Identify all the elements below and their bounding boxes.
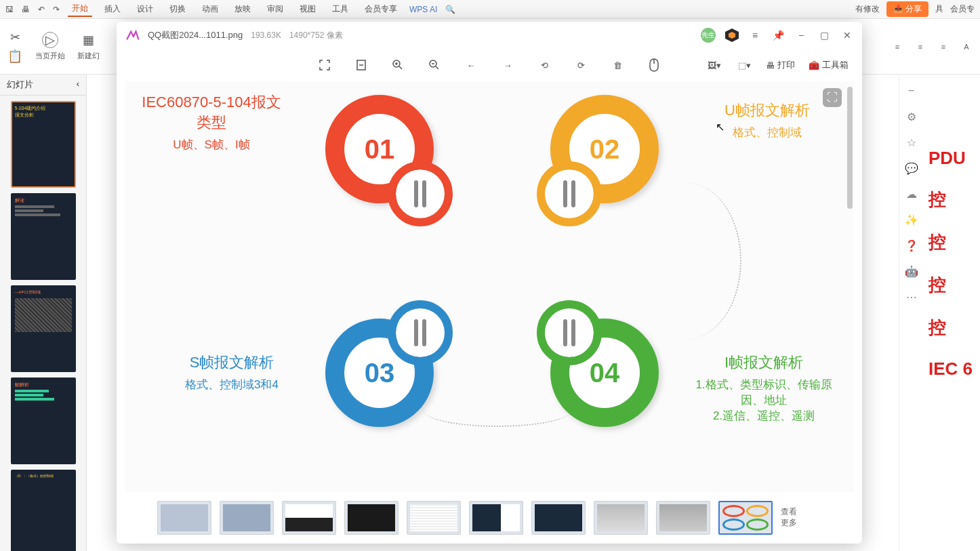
q1-subtitle: U帧、S帧、I帧 [137, 137, 286, 152]
tab-start[interactable]: 开始 [68, 1, 92, 17]
slide-thumb-3[interactable]: —APCI控制域 [11, 285, 76, 372]
zoom-in-icon[interactable] [390, 57, 406, 73]
image-tool-icon[interactable]: 🖼▾ [706, 57, 722, 73]
view-more-button[interactable]: 查看 更多 [781, 507, 797, 528]
slide4-line1: 帧解析 [15, 382, 72, 388]
robot-sidebar-icon[interactable]: 🤖 [905, 264, 918, 278]
cloud-sidebar-icon[interactable]: ☁ [905, 187, 918, 201]
quadrant-1: IEC60870-5-104报文类型 U帧、S帧、I帧 [137, 92, 286, 152]
rotate-left-icon[interactable]: ⟲ [536, 57, 552, 73]
tab-slideshow[interactable]: 放映 [230, 2, 255, 16]
tab-insert[interactable]: 插入 [100, 2, 125, 16]
tab-member[interactable]: 会员专享 [361, 2, 401, 16]
tab-design[interactable]: 设计 [133, 2, 157, 16]
hex-badge-icon[interactable] [725, 28, 739, 42]
share-button[interactable]: 📤 分享 [886, 1, 928, 17]
close-button[interactable]: ✕ [840, 28, 854, 42]
slide1-line2: 报文分析 [15, 112, 72, 119]
viewer-filename: QQ截图2024...1011.png [148, 29, 243, 41]
tab-review[interactable]: 审阅 [263, 2, 287, 16]
play-group[interactable]: ▷ 当页开始 [35, 32, 65, 61]
indent-left-icon[interactable]: ≡ [891, 40, 904, 54]
align-icon[interactable]: ≡ [937, 40, 950, 54]
font-color-icon[interactable]: A [960, 40, 973, 54]
prev-icon[interactable]: ← [463, 57, 479, 73]
thumb-1[interactable] [157, 501, 211, 535]
displayed-image: ⛶ ↖ IEC60870-5-104报文类型 U帧、S帧、I帧 U帧报文解析 格… [125, 81, 854, 492]
save-icon[interactable]: 🖫 [5, 5, 14, 14]
play-icon[interactable]: ▷ [42, 32, 58, 48]
mouse-icon[interactable] [646, 57, 662, 73]
q2-subtitle: 格式、控制域 [699, 125, 835, 140]
fit-width-icon[interactable] [353, 57, 369, 73]
next-icon[interactable]: → [499, 57, 516, 73]
viewer-dimensions: 1490*752 像素 [289, 30, 343, 41]
undo-icon[interactable]: ↶ [38, 5, 45, 14]
new-slide-group[interactable]: ▦ 新建幻 [77, 32, 100, 61]
comment-sidebar-icon[interactable]: 💬 [905, 161, 918, 175]
tab-animation[interactable]: 动画 [198, 2, 222, 16]
slide-thumb-1[interactable]: 5-104规约介绍 报文分析 [11, 101, 76, 188]
menu-icon[interactable]: ≡ [748, 28, 762, 42]
slide-thumb-5[interactable]: （0）：（格式）的控制域 [11, 470, 76, 551]
connector-arc-bottom [423, 393, 572, 427]
slides-label: 幻灯片 [7, 79, 33, 91]
menu-more[interactable]: 具 [935, 3, 943, 15]
wps-ai-label[interactable]: WPS AI [409, 5, 437, 14]
quadrant-4: I帧报文解析 1.格式、类型标识、传输原因、地址 2.遥信、遥控、遥测 [686, 352, 842, 424]
collapse-icon[interactable]: ‹ [77, 79, 79, 91]
slides-panel: 幻灯片 ‹ 5-104规约介绍 报文分析 解读 —APCI控制域 帧解析 （0）… [0, 75, 87, 551]
paste-icon[interactable]: 📋 [7, 48, 23, 64]
slide-thumb-2[interactable]: 解读 [11, 193, 76, 280]
connector-arc-right [633, 183, 741, 339]
star-sidebar-icon[interactable]: ☆ [905, 136, 918, 149]
tab-tools[interactable]: 工具 [328, 2, 352, 16]
thumb-10-active[interactable] [718, 501, 773, 535]
thumb-6[interactable] [469, 501, 523, 535]
rotate-right-icon[interactable]: ⟳ [573, 57, 589, 73]
thumb-2[interactable] [220, 501, 274, 535]
toolbox-button[interactable]: 🧰工具箱 [809, 59, 849, 71]
delete-icon[interactable]: 🗑 [609, 57, 626, 73]
thumb-4[interactable] [344, 501, 399, 535]
image-canvas[interactable]: ⛶ ↖ IEC60870-5-104报文类型 U帧、S帧、I帧 U帧报文解析 格… [125, 81, 854, 492]
effects-sidebar-icon[interactable]: ✨ [905, 213, 918, 226]
user-avatar[interactable]: 先生 [701, 28, 716, 43]
maximize-button[interactable]: ▢ [817, 28, 831, 42]
tab-view[interactable]: 视图 [295, 2, 320, 16]
zoom-out-icon[interactable] [426, 57, 443, 73]
content-pdu: PDU [928, 148, 977, 169]
thumb-5[interactable] [407, 501, 461, 535]
settings-sidebar-icon[interactable]: ⚙ [905, 110, 918, 123]
minimize-button[interactable]: − [794, 28, 808, 42]
thumb-8[interactable] [594, 501, 648, 535]
slide3-line1: —APCI控制域 [15, 289, 72, 295]
q4-title: I帧报文解析 [686, 352, 842, 373]
slide-thumb-4[interactable]: 帧解析 [11, 377, 76, 464]
wps-menu-bar: 🖫 🖶 ↶ ↷ 开始 插入 设计 切换 动画 放映 审阅 视图 工具 会员专享 … [0, 0, 980, 19]
fullscreen-icon[interactable] [317, 57, 333, 73]
small-circle-4 [545, 308, 594, 357]
menu-member[interactable]: 会员专 [950, 3, 975, 15]
indent-right-icon[interactable]: ≡ [914, 40, 927, 54]
printer-icon: 🖶 [766, 60, 775, 70]
help-sidebar-icon[interactable]: ❓ [905, 239, 918, 252]
changes-indicator[interactable]: 有修改 [855, 3, 880, 15]
tab-transition[interactable]: 切换 [165, 2, 190, 16]
redo-icon[interactable]: ↷ [53, 5, 60, 14]
slides-header: 幻灯片 ‹ [0, 75, 86, 96]
zoom-out-sidebar-icon[interactable]: − [905, 84, 918, 98]
pin-icon[interactable]: 📌 [771, 28, 785, 42]
crop-tool-icon[interactable]: ⬚▾ [736, 57, 752, 73]
cut-icon[interactable]: ✂ [7, 29, 23, 45]
more-sidebar-icon[interactable]: ⋯ [905, 290, 918, 304]
slide-content-peek: PDU 控 控 控 控 IEC 6 [926, 75, 980, 551]
viewer-app-icon [125, 28, 140, 43]
thumb-7[interactable] [531, 501, 586, 535]
thumb-3[interactable] [282, 501, 336, 535]
print-button[interactable]: 🖶打印 [766, 59, 795, 71]
vertical-scrollbar[interactable] [847, 87, 853, 209]
print-icon[interactable]: 🖶 [22, 5, 30, 14]
search-icon[interactable]: 🔍 [445, 5, 455, 14]
thumb-9[interactable] [656, 501, 710, 535]
